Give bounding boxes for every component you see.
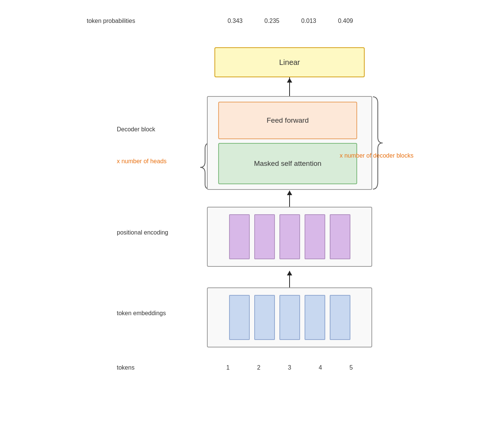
- token-5: 5: [341, 364, 362, 371]
- tokens-row: 1 2 3 4 5: [207, 364, 372, 371]
- tokens-label: tokens: [117, 364, 134, 371]
- svg-marker-7: [287, 271, 292, 275]
- decoder-block-label: Decoder block: [117, 126, 155, 133]
- diagram-container: token probabilities 0.343 0.235 0.013 0.…: [83, 14, 421, 407]
- linear-box: Linear: [214, 47, 365, 77]
- token-prob-3: 0.409: [336, 18, 355, 24]
- token-prob-1: 0.235: [263, 18, 281, 24]
- token-prob-2: 0.013: [299, 18, 318, 24]
- masked-attention-box: Masked self attention: [218, 143, 357, 184]
- pos-bar-4: [305, 214, 325, 259]
- embed-bar-2: [254, 295, 275, 340]
- feed-forward-box: Feed forward: [218, 102, 357, 139]
- svg-marker-5: [287, 191, 292, 195]
- pos-bar-5: [330, 214, 350, 259]
- embed-bar-4: [305, 295, 325, 340]
- token-probs-label: token probabilities: [87, 18, 135, 24]
- token-prob-0: 0.343: [226, 18, 244, 24]
- positional-encoding-box: [207, 207, 372, 267]
- embed-bar-1: [229, 295, 250, 340]
- x-decoder-blocks-label: x number of decoder blocks: [340, 152, 413, 159]
- token-embeddings-label: token embeddings: [117, 310, 166, 317]
- pos-bar-1: [229, 214, 250, 259]
- embed-bar-3: [279, 295, 300, 340]
- pos-bar-3: [279, 214, 300, 259]
- token-probs-values: 0.343 0.235 0.013 0.409: [226, 18, 355, 24]
- feed-forward-label: Feed forward: [267, 116, 309, 125]
- x-heads-label: x number of heads: [117, 158, 167, 165]
- embed-bar-5: [330, 295, 350, 340]
- linear-label: Linear: [279, 58, 300, 67]
- masked-attention-label: Masked self attention: [254, 159, 321, 168]
- token-2: 2: [249, 364, 269, 371]
- pos-encoding-label: positional encoding: [117, 229, 168, 236]
- token-embeddings-box: [207, 287, 372, 347]
- token-1: 1: [218, 364, 238, 371]
- pos-bar-2: [254, 214, 275, 259]
- token-4: 4: [310, 364, 331, 371]
- svg-marker-3: [287, 78, 292, 83]
- token-3: 3: [279, 364, 300, 371]
